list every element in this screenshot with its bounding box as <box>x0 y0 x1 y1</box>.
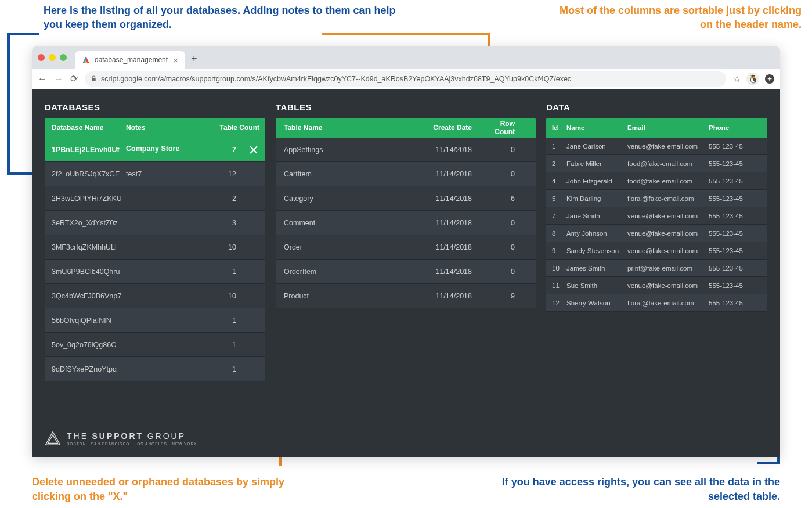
col-header-db-name[interactable]: Database Name <box>45 124 126 132</box>
table-name-cell: Category <box>276 194 414 203</box>
col-header-data-name[interactable]: Name <box>564 124 627 131</box>
new-tab-button[interactable]: + <box>191 53 197 65</box>
db-count-cell: 10 <box>213 292 242 300</box>
db-count-cell: 12 <box>213 170 242 178</box>
data-email-cell: venue@fake-email.com <box>627 282 709 289</box>
table-row[interactable]: 3eRTX2o_XdYstZ0z3 <box>45 211 265 235</box>
db-name-cell: 56bOIvqiQPlaINfN <box>45 316 126 325</box>
nav-back-icon[interactable]: ← <box>38 74 47 84</box>
browser-tab[interactable]: database_management × <box>75 51 185 69</box>
table-row[interactable]: 1PBnLEj2LEnvh0UfCompany Store7 <box>45 138 265 162</box>
table-row[interactable]: 8Amy Johnsonvenue@fake-email.com555-123-… <box>546 225 767 242</box>
bookmark-star-icon[interactable]: ☆ <box>733 74 741 84</box>
table-row[interactable]: 3Qc4bWcFJ0B6Vnp710 <box>45 284 265 308</box>
col-header-db-notes[interactable]: Notes <box>126 124 213 132</box>
extension-icon[interactable]: + <box>765 74 774 84</box>
data-panel: DATA Id Name Email Phone 1Jane Carlsonve… <box>546 102 767 457</box>
table-rowcount-cell: 0 <box>483 268 536 276</box>
data-id-cell: 5 <box>546 195 564 202</box>
data-name-cell: Kim Darling <box>564 195 627 202</box>
table-name-cell: Comment <box>276 219 414 227</box>
databases-header: Database Name Notes Table Count <box>45 118 265 138</box>
tab-title: database_management <box>95 56 168 64</box>
tableila-date-cell: 11/14/2018 <box>414 268 483 276</box>
db-count-cell: 1 <box>213 341 242 349</box>
tableila-date-cell: 11/14/2018 <box>414 292 483 300</box>
profile-avatar-icon[interactable]: 🐧 <box>746 73 759 85</box>
data-name-cell: Sue Smith <box>564 282 627 289</box>
table-row[interactable]: 2f2_oUbRSJqX7xGEtest712 <box>45 162 265 186</box>
data-id-cell: 4 <box>546 178 564 185</box>
table-row[interactable]: 3MF3crIqZKMhhULl10 <box>45 235 265 260</box>
tableila-date-cell: 11/14/2018 <box>414 146 483 154</box>
table-row[interactable]: 5Kim Darlingfloral@fake-email.com555-123… <box>546 190 767 207</box>
table-row[interactable]: 1Jane Carlsonvenue@fake-email.com555-123… <box>546 138 767 155</box>
tab-close-icon[interactable]: × <box>173 55 178 65</box>
tables-title: TABLES <box>276 102 536 112</box>
db-count-cell: 1 <box>213 365 242 373</box>
tableila-date-cell: 11/14/2018 <box>414 243 483 251</box>
tableila-date-cell: 11/14/2018 <box>414 194 483 203</box>
browser-window: database_management × + ← → ⟳ script.goo… <box>32 46 780 457</box>
table-row[interactable]: 10James Smithprint@fake-email.com555-123… <box>546 260 767 277</box>
table-row[interactable]: 4John Fitzgeraldfood@fake-email.com555-1… <box>546 172 767 190</box>
tab-favicon-icon <box>82 56 90 64</box>
data-phone-cell: 555-123-45 <box>709 195 754 202</box>
data-phone-cell: 555-123-45 <box>709 230 754 237</box>
data-phone-cell: 555-123-45 <box>709 300 754 307</box>
footer-sub-text: BOSTON · SAN FRANCISCO · LOS ANGELES · N… <box>67 442 197 446</box>
table-row[interactable]: AppSettings11/14/20180 <box>276 138 536 162</box>
col-header-db-count[interactable]: Table Count <box>213 124 265 132</box>
data-name-cell: Jane Carlson <box>564 143 627 150</box>
db-name-cell: 1PBnLEj2LEnvh0Uf <box>45 146 126 154</box>
table-row[interactable]: 7Jane Smithvenue@fake-email.com555-123-4… <box>546 207 767 225</box>
table-rowcount-cell: 0 <box>483 170 536 178</box>
nav-forward-icon[interactable]: → <box>54 74 63 84</box>
table-row[interactable]: 11Sue Smithvenue@fake-email.com555-123-4… <box>546 277 767 294</box>
window-close-icon[interactable] <box>38 54 45 61</box>
table-row[interactable]: 9Sandy Stevensonvenue@fake-email.com555-… <box>546 242 767 260</box>
data-email-cell: venue@fake-email.com <box>627 143 709 150</box>
db-count-cell: 1 <box>213 268 242 276</box>
table-row[interactable]: OrderItem11/14/20180 <box>276 260 536 284</box>
table-row[interactable]: 3mU6P9BClb40Qhru1 <box>45 260 265 284</box>
col-header-data-email[interactable]: Email <box>627 124 709 131</box>
table-row[interactable]: 9qDfSYxePZnoYtpq1 <box>45 357 265 381</box>
table-rowcount-cell: 0 <box>483 146 536 154</box>
col-header-table-name[interactable]: Table Name <box>276 124 414 132</box>
table-row[interactable]: 5ov_0q2o76iQg86C1 <box>45 333 265 357</box>
data-name-cell: James Smith <box>564 265 627 272</box>
table-row[interactable]: Category11/14/20186 <box>276 186 536 211</box>
data-phone-cell: 555-123-45 <box>709 247 754 254</box>
table-row[interactable]: 12Sherry Watsonfloral@fake-email.com555-… <box>546 294 767 312</box>
table-row[interactable]: 2H3wLOPtYHi7ZKKU2 <box>45 186 265 211</box>
url-input[interactable]: script.google.com/a/macros/supportgroup.… <box>85 71 726 87</box>
table-row[interactable]: Product11/14/20189 <box>276 284 536 308</box>
annotation-bottom-left: Delete unneeded or orphaned databases by… <box>32 475 316 503</box>
db-delete-button[interactable] <box>242 145 265 154</box>
window-maximize-icon[interactable] <box>60 54 67 61</box>
data-name-cell: Sandy Stevenson <box>564 247 627 254</box>
db-name-cell: 2H3wLOPtYHi7ZKKU <box>45 194 126 203</box>
nav-reload-icon[interactable]: ⟳ <box>70 73 78 84</box>
window-minimize-icon[interactable] <box>49 54 56 61</box>
table-row[interactable]: 2Fabre Millerfood@fake-email.com555-123-… <box>546 155 767 172</box>
col-header-table-date[interactable]: Create Date <box>414 124 483 132</box>
tables-panel: TABLES Table Name Create Date Row Count … <box>276 102 536 457</box>
table-rowcount-cell: 6 <box>483 194 536 203</box>
db-notes-cell[interactable]: test7 <box>126 170 213 178</box>
col-header-table-rowcount[interactable]: Row Count <box>483 120 536 136</box>
table-row[interactable]: CartItem11/14/20180 <box>276 162 536 186</box>
window-controls <box>38 54 67 61</box>
table-row[interactable]: Order11/14/20180 <box>276 235 536 260</box>
table-row[interactable]: 56bOIvqiQPlaINfN1 <box>45 308 265 333</box>
col-header-data-id[interactable]: Id <box>546 124 564 131</box>
table-row[interactable]: Comment11/14/20180 <box>276 211 536 235</box>
db-notes-cell[interactable]: Company Store <box>126 145 213 154</box>
logo-triangle-icon <box>45 430 61 446</box>
db-count-cell: 1 <box>213 316 242 325</box>
annotation-top-right: Most of the columns are sortable just by… <box>558 3 802 32</box>
tables-rows: AppSettings11/14/20180CartItem11/14/2018… <box>276 138 536 308</box>
data-id-cell: 10 <box>546 265 564 272</box>
col-header-data-phone[interactable]: Phone <box>709 124 754 131</box>
